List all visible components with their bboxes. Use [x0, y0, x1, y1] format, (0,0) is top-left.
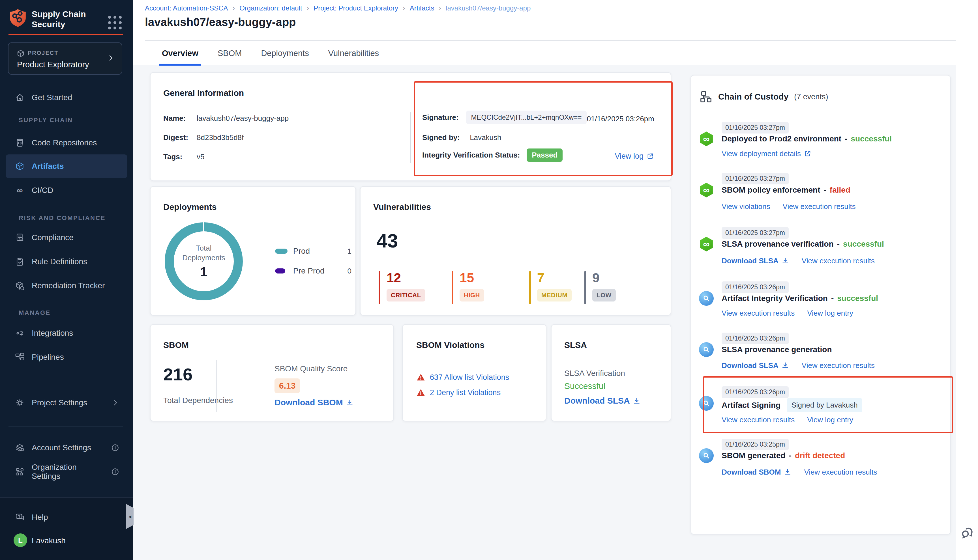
allow-list-violations-link[interactable]: 637 Allow list Violations: [430, 373, 509, 382]
signed-by-label: Signed by:: [422, 133, 460, 142]
sidebar-item-compliance[interactable]: Compliance: [6, 227, 127, 248]
severity-count: 15: [460, 271, 474, 285]
card-scrollbar[interactable]: [410, 112, 411, 163]
view-execution-results-link[interactable]: View execution results: [722, 309, 794, 318]
sbom-quality-label: SBOM Quality Score: [274, 364, 347, 373]
sidebar-item-get-started[interactable]: Get Started: [6, 87, 127, 108]
download-slsa-link[interactable]: Download SLSA: [722, 361, 789, 370]
sidebar-item-help[interactable]: Help: [6, 506, 127, 528]
view-violations-link[interactable]: View violations: [722, 202, 770, 211]
user-avatar[interactable]: L: [13, 533, 27, 547]
digest-value: 8d23bd3b5d8f: [197, 133, 244, 142]
breadcrumb-organization[interactable]: Organization: default: [239, 4, 302, 12]
tab-overview[interactable]: Overview: [159, 47, 201, 66]
deny-list-violations-link[interactable]: 2 Deny list Violations: [430, 388, 501, 397]
sidebar-item-integrations[interactable]: Integrations: [6, 322, 127, 344]
remediation-box-icon: [15, 280, 25, 291]
sidebar-item-label: Remediation Tracker: [32, 281, 105, 290]
view-execution-results-link[interactable]: View execution results: [722, 415, 794, 424]
event-status: failed: [830, 185, 850, 195]
download-slsa-link[interactable]: Download SLSA: [564, 396, 641, 405]
download-icon: [781, 257, 789, 265]
sidebar-footer: Help: [0, 497, 133, 560]
sidebar-item-artifacts[interactable]: Artifacts: [6, 155, 127, 178]
user-name[interactable]: Lavakush: [32, 536, 66, 545]
event-links: Download SLSA View execution results: [722, 361, 875, 370]
event-timestamp: 01/16/2025 03:26pm: [722, 386, 789, 398]
severity-bar: [452, 271, 453, 304]
event-timestamp: 01/16/2025 03:27pm: [722, 227, 789, 239]
view-log-entry-link[interactable]: View log entry: [807, 415, 853, 424]
chain-event-count: (7 events): [794, 92, 828, 101]
artifacts-cube-icon: [15, 161, 25, 172]
chat-support-icon[interactable]: [960, 525, 975, 541]
name-label: Name:: [163, 114, 197, 123]
pre-prod-swatch: [275, 268, 285, 273]
sidebar-collapse-handle[interactable]: ◂: [126, 504, 134, 529]
sidebar-item-code-repositories[interactable]: Code Repositories: [6, 132, 127, 154]
warning-icon: [416, 373, 426, 382]
download-sbom-link[interactable]: Download SBOM: [722, 468, 791, 477]
view-deployment-details-link[interactable]: View deployment details: [722, 149, 812, 158]
card-divider: [216, 360, 217, 412]
download-icon: [784, 468, 791, 476]
severity-label: MEDIUM: [537, 289, 572, 302]
tab-sbom[interactable]: SBOM: [215, 47, 245, 66]
view-execution-results-link[interactable]: View execution results: [802, 257, 875, 265]
severity-high: 15 HIGH: [452, 271, 484, 304]
breadcrumb-artifacts[interactable]: Artifacts: [410, 4, 434, 12]
donut-center-label: Total: [196, 243, 212, 253]
sidebar-item-label: Organization Settings: [32, 463, 104, 481]
breadcrumb-project[interactable]: Project: Product Exploratory: [314, 4, 398, 12]
general-information-card: General Information Name: lavakush07/eas…: [150, 72, 671, 181]
sidebar-item-rule-definitions[interactable]: Rule Definitions: [6, 251, 127, 273]
breadcrumb-separator: ›: [307, 4, 309, 12]
sidebar-item-project-settings[interactable]: Project Settings: [6, 392, 127, 414]
sbom-quality-score: 6.13: [274, 378, 300, 393]
signed-by-badge: Signed by Lavakush: [787, 398, 862, 412]
hierarchy-icon: [699, 90, 713, 103]
severity-count: 12: [387, 271, 401, 285]
view-execution-results-link[interactable]: View execution results: [802, 361, 875, 370]
event-status: successful: [843, 240, 884, 248]
event-links: Download SBOM View execution results: [722, 468, 877, 477]
sidebar-item-remediation-tracker[interactable]: Remediation Tracker: [6, 275, 127, 297]
signature-row: Signature: MEQCICde2VjIT...bL+2+mqnOXw==: [422, 111, 587, 124]
signature-value[interactable]: MEQCICde2VjIT...bL+2+mqnOXw==: [466, 111, 587, 124]
external-link-icon: [804, 150, 812, 158]
app-switcher-icon[interactable]: [108, 16, 122, 29]
event-timestamp: 01/16/2025 03:26pm: [722, 333, 789, 344]
allow-list-violations-row: 637 Allow list Violations: [416, 373, 509, 382]
tab-deployments[interactable]: Deployments: [258, 47, 312, 66]
view-execution-results-link[interactable]: View execution results: [783, 202, 856, 211]
view-log-entry-link[interactable]: View log entry: [807, 309, 853, 318]
deployments-card: Deployments Total Deployments 1 Prod 1 P…: [150, 186, 356, 316]
sidebar-section-manage: MANAGE: [19, 309, 51, 317]
project-selector[interactable]: PROJECT Product Exploratory: [8, 42, 122, 75]
view-execution-results-link[interactable]: View execution results: [804, 468, 877, 477]
severity-low: 9 LOW: [584, 271, 616, 304]
sidebar-item-cicd[interactable]: ∞ CI/CD: [6, 179, 127, 202]
card-title: SLSA: [564, 340, 587, 350]
project-name: Product Exploratory: [17, 60, 89, 69]
tab-vulnerabilities[interactable]: Vulnerabilities: [325, 47, 382, 66]
digest-label: Digest:: [163, 133, 197, 142]
sidebar-item-label: Compliance: [32, 233, 73, 242]
severity-label: LOW: [592, 289, 616, 302]
view-log-link[interactable]: View log: [615, 152, 654, 161]
download-slsa-link[interactable]: Download SLSA: [722, 257, 789, 265]
sidebar-item-account-settings[interactable]: Account Settings: [6, 437, 127, 459]
slsa-verification-label: SLSA Verification: [564, 369, 625, 378]
sidebar-divider: [8, 426, 123, 427]
sidebar-item-pipelines[interactable]: Pipelines: [6, 346, 127, 368]
sidebar-item-label: Account Settings: [32, 443, 91, 452]
scan-event-icon: [699, 448, 714, 463]
info-icon[interactable]: [111, 443, 119, 452]
event-status: successful: [851, 134, 892, 143]
info-icon[interactable]: [111, 468, 119, 476]
external-link-icon: [646, 152, 654, 160]
download-sbom-link[interactable]: Download SBOM: [274, 398, 354, 407]
sidebar-item-organization-settings[interactable]: Organization Settings: [6, 461, 127, 483]
breadcrumb-account[interactable]: Account: Automation-SSCA: [145, 4, 228, 12]
event-title: SBOM policy enforcement- failed: [722, 185, 850, 195]
